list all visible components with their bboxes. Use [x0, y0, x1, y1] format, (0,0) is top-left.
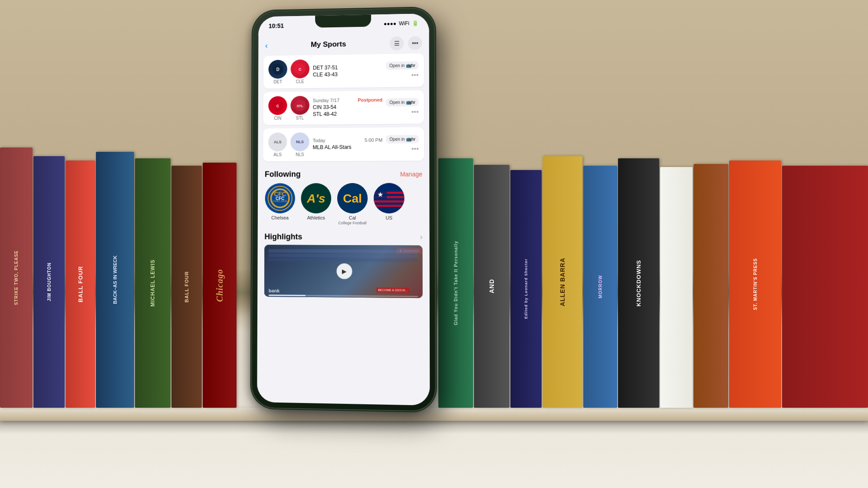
allstars-date: Today — [313, 138, 326, 143]
highlights-section: Highlights › ★ StateFarm — [257, 228, 430, 301]
score-card-det-cle: D DET C CLE — [263, 53, 424, 88]
highlights-arrow-icon[interactable]: › — [420, 233, 422, 241]
svg-text:A's: A's — [306, 192, 325, 205]
more-button[interactable]: ••• — [408, 36, 422, 50]
chelsea-logo: CFC CHELSEA — [265, 183, 295, 213]
svg-rect-21 — [374, 205, 404, 207]
cal-logo: Cal — [337, 183, 368, 213]
svg-point-10 — [271, 190, 289, 207]
det-cle-score-info: DET 37-51 CLE 43-43 — [313, 64, 382, 78]
following-header: Following Manage — [265, 169, 422, 179]
book-spine-2: JIM BOUGHTON — [33, 156, 65, 408]
status-time: 10:51 — [269, 22, 284, 29]
team-item-chelsea[interactable]: CFC CHELSEA Chelsea — [265, 183, 296, 225]
svg-rect-20 — [374, 200, 404, 203]
book-spine-11: ALLEN BARRA — [542, 156, 582, 408]
more-dots-2[interactable]: ••• — [411, 108, 419, 116]
highlights-inner: ★ StateFarm — [264, 245, 423, 298]
apple-tv-label: 📺tv — [406, 63, 415, 68]
manage-button[interactable]: Manage — [400, 170, 422, 177]
svg-text:CFC: CFC — [274, 190, 286, 197]
cin-abbr: CIN — [274, 116, 281, 121]
score-card-allstars: ALS ALS NLS NLS Today — [263, 127, 424, 161]
book-spine-9: AND — [474, 165, 510, 408]
highlights-header: Highlights › — [264, 233, 422, 242]
cin-logo: C — [268, 96, 287, 115]
open-tv-btn-allstars[interactable]: Open in 📺tv — [386, 135, 419, 144]
status-icons: ●●●● WiFi 🔋 — [384, 20, 418, 27]
athletics-logo: A's — [301, 183, 332, 213]
book-spine-3: BALL FOUR — [66, 160, 95, 408]
more-dots-1[interactable]: ••• — [411, 71, 419, 79]
chelsea-name: Chelsea — [271, 215, 289, 221]
cal-name: Cal — [338, 215, 366, 221]
book-spine-16: ST. MARTIN'S PRESS — [729, 160, 781, 408]
als-abbr: ALS — [273, 152, 282, 157]
back-button[interactable]: ‹ — [265, 41, 268, 50]
more-dots-3[interactable]: ••• — [411, 145, 419, 153]
svg-text:D: D — [276, 67, 279, 72]
svg-text:Cal: Cal — [343, 192, 362, 205]
notch — [315, 15, 371, 28]
det-logo: D — [269, 60, 287, 79]
team-item-athletics[interactable]: A's Athletics — [300, 183, 332, 226]
apple-tv-label-3: 📺tv — [406, 137, 415, 141]
cle-abbr: CLE — [296, 79, 304, 84]
play-button[interactable]: ▶ — [336, 263, 352, 279]
apple-tv-label-2: 📺tv — [406, 100, 415, 105]
svg-text:C: C — [299, 67, 302, 72]
cle-logo: C — [291, 59, 309, 79]
book-spine-15 — [694, 164, 728, 408]
cal-circle: Cal — [337, 183, 368, 213]
open-in-label-3: Open in — [389, 137, 404, 141]
highlights-preview[interactable]: ★ StateFarm — [264, 245, 423, 298]
following-section: Following Manage — [258, 164, 430, 228]
cin-stl-status: Postponed — [358, 97, 382, 103]
book-spine-8: Glad You Didn't Take It Personally — [438, 158, 473, 408]
page-title: My Sports — [311, 40, 346, 49]
svg-point-9 — [268, 186, 292, 210]
allstars-subtitle: MLB AL All-Stars — [313, 144, 383, 151]
book-spine-13: KNOCKDOWNS — [618, 158, 659, 408]
signal-icon: ●●●● — [384, 20, 396, 26]
book-spine-4: BACK–AS IN WRECK — [96, 152, 134, 408]
following-title: Following — [265, 170, 301, 179]
open-tv-btn-det-cle[interactable]: Open in 📺tv — [386, 61, 418, 70]
cin-score: CIN 33-54 — [313, 104, 382, 111]
team-item-us[interactable]: ★ US — [373, 183, 405, 226]
phone: 10:51 ●●●● WiFi 🔋 ‹ My Sports ☰ ••• — [252, 8, 435, 411]
wifi-icon: WiFi — [399, 20, 409, 26]
open-in-label-2: Open in — [389, 100, 404, 105]
book-spine-5: MICHAEL LEWIS — [135, 158, 171, 408]
svg-point-8 — [265, 183, 295, 213]
cin-stl-date: Sunday 7/17 — [313, 98, 339, 103]
cle-score: CLE 43-43 — [313, 71, 382, 79]
team-item-cal[interactable]: Cal Cal College Football — [337, 183, 368, 226]
nls-logo: NLS — [290, 132, 309, 151]
allstars-time: 5:00 PM — [365, 138, 382, 143]
us-circle: ★ — [374, 183, 404, 213]
nls-abbr: NLS — [296, 152, 304, 157]
scores-section: D DET C CLE — [258, 53, 429, 161]
battery-icon: 🔋 — [412, 20, 418, 26]
chelsea-circle: CFC CHELSEA — [265, 183, 295, 213]
cta-banner: BECOME A 2023 M... — [376, 288, 409, 293]
book-spine-6: BALL FOUR — [171, 166, 202, 408]
app-content: ‹ My Sports ☰ ••• — [257, 33, 430, 406]
stl-abbr: STL — [296, 116, 304, 121]
svg-text:C: C — [276, 104, 279, 108]
open-tv-btn-cin-stl[interactable]: Open in 📺tv — [386, 98, 418, 107]
cin-stl-score-info: Sunday 7/17 Postponed CIN 33-54 STL 48-4… — [313, 97, 383, 118]
highlights-title: Highlights — [264, 233, 302, 242]
svg-text:CHELSEA: CHELSEA — [273, 200, 287, 203]
following-teams: CFC CHELSEA Chelsea — [265, 183, 423, 226]
svg-text:STL: STL — [297, 104, 303, 108]
book-spine-14 — [660, 167, 693, 408]
us-name: US — [386, 215, 392, 221]
book-spine-12: MORROW — [583, 166, 617, 408]
list-button[interactable]: ☰ — [390, 36, 404, 50]
als-logo: ALS — [268, 132, 287, 151]
sponsor-text: bank — [269, 288, 279, 293]
phone-screen: 10:51 ●●●● WiFi 🔋 ‹ My Sports ☰ ••• — [257, 13, 430, 406]
svg-text:★: ★ — [377, 191, 383, 198]
